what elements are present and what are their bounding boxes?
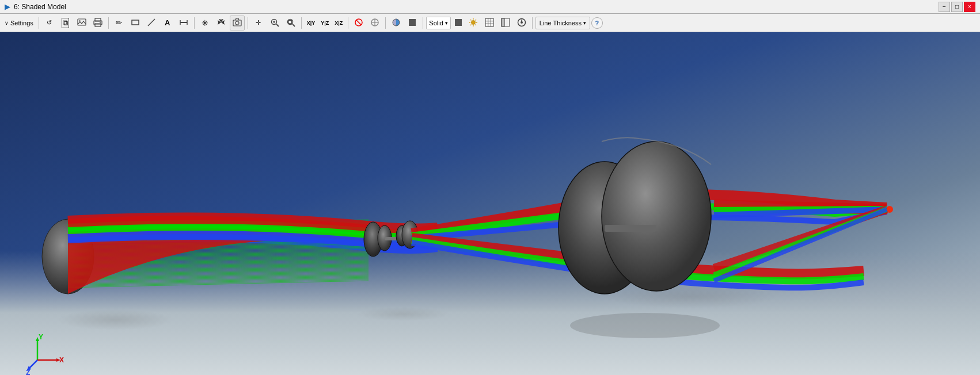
circle-cross-icon xyxy=(370,18,379,28)
separator-9 xyxy=(532,17,533,29)
svg-point-28 xyxy=(471,20,475,24)
camera-button[interactable] xyxy=(230,16,245,30)
fan-button[interactable] xyxy=(214,16,229,30)
pencil-button[interactable]: ✏ xyxy=(112,16,127,30)
prohibit-button[interactable] xyxy=(351,16,366,30)
copy-button[interactable]: ⧉ xyxy=(58,16,73,30)
dial-icon xyxy=(517,18,526,28)
close-button[interactable]: × xyxy=(964,2,975,12)
yz-axis-button[interactable]: Y|Z xyxy=(318,16,331,30)
zoom-box-button[interactable] xyxy=(283,16,298,30)
svg-rect-26 xyxy=(409,19,416,26)
separator-3 xyxy=(194,17,195,29)
svg-point-116 xyxy=(602,141,711,291)
star-icon: ✳ xyxy=(202,18,208,28)
svg-rect-117 xyxy=(605,225,656,232)
pencil-icon: ✏ xyxy=(116,18,122,27)
rectangle-icon xyxy=(131,18,140,28)
camera-icon xyxy=(233,18,242,28)
star-button[interactable]: ✳ xyxy=(197,16,212,30)
svg-text:X: X xyxy=(59,356,64,364)
svg-point-17 xyxy=(287,19,293,24)
svg-line-34 xyxy=(475,24,476,25)
svg-line-33 xyxy=(470,20,472,21)
zoom-icon xyxy=(270,18,279,28)
svg-line-36 xyxy=(470,24,472,25)
lighting-button[interactable] xyxy=(466,16,481,30)
viewport[interactable]: Y X Z xyxy=(0,32,980,375)
zoom-button[interactable] xyxy=(267,16,282,30)
line-thickness-dropdown[interactable]: Line Thickness ▾ xyxy=(535,17,590,29)
chevron-down-icon: ∨ xyxy=(5,20,9,26)
display-style-button[interactable] xyxy=(389,16,404,30)
xy-axis-icon: X|Y xyxy=(307,20,316,26)
fan-icon xyxy=(216,18,226,28)
separator-5 xyxy=(301,17,302,29)
separator-8 xyxy=(423,17,423,29)
svg-rect-43 xyxy=(502,18,504,26)
svg-rect-27 xyxy=(455,19,462,26)
print-button[interactable] xyxy=(90,16,105,30)
image-button[interactable] xyxy=(74,16,89,30)
color-swatch-button[interactable] xyxy=(452,16,465,30)
settings-label: Settings xyxy=(10,20,33,26)
xz-axis-icon: X|Z xyxy=(335,20,343,26)
window-title: 6: Shaded Model xyxy=(14,3,66,11)
settings-button[interactable]: ∨ Settings xyxy=(2,18,36,28)
line-thickness-label: Line Thickness xyxy=(540,20,582,26)
help-icon: ? xyxy=(595,20,599,26)
text-button[interactable]: A xyxy=(160,16,175,30)
separator-7 xyxy=(385,17,386,29)
toolbar: ∨ Settings ↺ ⧉ ✏ A xyxy=(0,14,980,32)
xz-axis-button[interactable]: X|Z xyxy=(332,16,345,30)
maximize-button[interactable]: □ xyxy=(951,2,963,12)
app-icon: ▶ xyxy=(5,2,10,11)
grid-icon xyxy=(485,18,494,28)
move-button[interactable]: ✛ xyxy=(251,16,266,30)
svg-line-21 xyxy=(356,20,362,25)
help-button[interactable]: ? xyxy=(591,17,603,29)
svg-line-7 xyxy=(148,19,155,26)
text-icon: A xyxy=(165,18,170,27)
window-controls: − □ × xyxy=(939,2,975,12)
panel-button[interactable] xyxy=(498,16,513,30)
solid-dropdown-arrow: ▾ xyxy=(445,20,448,26)
3d-scene: Y X Z xyxy=(0,32,980,375)
solid-dropdown-label: Solid xyxy=(429,20,443,26)
circle-cross-button[interactable] xyxy=(367,16,382,30)
svg-line-35 xyxy=(475,20,476,21)
solid-dropdown[interactable]: Solid ▾ xyxy=(426,17,450,29)
svg-point-114 xyxy=(570,313,720,338)
svg-rect-6 xyxy=(132,20,139,25)
svg-line-18 xyxy=(293,24,295,26)
line-icon xyxy=(147,18,156,28)
grid-button[interactable] xyxy=(482,16,497,30)
hline-button[interactable] xyxy=(176,16,191,30)
separator-4 xyxy=(248,17,248,29)
svg-text:Y: Y xyxy=(39,333,43,341)
svg-rect-37 xyxy=(485,18,493,26)
refresh-button[interactable]: ↺ xyxy=(42,16,57,30)
separator-2 xyxy=(108,17,109,29)
svg-text:Z: Z xyxy=(26,369,30,375)
svg-rect-19 xyxy=(288,20,291,23)
svg-line-14 xyxy=(276,24,279,26)
minimize-button[interactable]: − xyxy=(939,2,950,12)
hline-icon xyxy=(179,18,188,28)
image-icon xyxy=(77,18,86,28)
separator-6 xyxy=(348,17,348,29)
title-bar: ▶ 6: Shaded Model − □ × xyxy=(0,0,980,14)
svg-rect-5 xyxy=(100,22,101,23)
zoom-box-icon xyxy=(286,18,295,28)
line-button[interactable] xyxy=(144,16,159,30)
xy-axis-button[interactable]: X|Y xyxy=(305,16,318,30)
refresh-icon: ↺ xyxy=(47,19,52,26)
color-swatch-icon xyxy=(454,18,462,28)
move-icon: ✛ xyxy=(256,19,261,26)
dial-button[interactable] xyxy=(514,16,529,30)
solid-box-button[interactable] xyxy=(405,16,420,30)
rectangle-button[interactable] xyxy=(128,16,143,30)
line-thickness-arrow: ▾ xyxy=(583,20,586,26)
svg-point-1 xyxy=(79,20,80,21)
panel-icon xyxy=(501,18,510,28)
